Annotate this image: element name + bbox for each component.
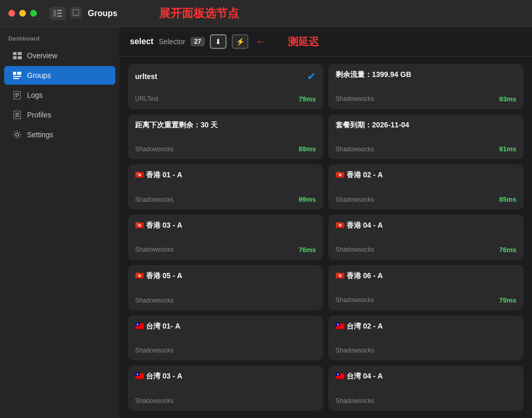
- card-type: Shadowsocks: [336, 347, 374, 354]
- selector-label: Selector: [158, 37, 185, 46]
- card-latency: 79ms: [499, 296, 516, 304]
- card-type: Shadowsocks: [336, 95, 374, 102]
- list-item[interactable]: 套餐到期：2026-11-04Shadowsocks91ms: [328, 114, 524, 160]
- card-title: 🇭🇰 香港 04 - A: [336, 221, 383, 230]
- overview-icon: [12, 51, 22, 60]
- sidebar-item-profiles-label: Profiles: [27, 111, 51, 119]
- card-latency: 85ms: [499, 195, 516, 203]
- profiles-icon: [12, 110, 22, 120]
- svg-rect-9: [13, 72, 16, 75]
- sidebar-item-settings[interactable]: Settings: [4, 125, 115, 144]
- svg-rect-16: [15, 96, 18, 97]
- sidebar-item-profiles[interactable]: Profiles: [4, 106, 115, 124]
- list-item[interactable]: 🇹🇼 台湾 02 - AShadowsocks: [328, 316, 524, 361]
- card-type: Shadowsocks: [135, 347, 174, 354]
- sidebar-item-groups[interactable]: Groups: [4, 66, 115, 85]
- maximize-button[interactable]: [30, 10, 37, 17]
- card-title: 🇹🇼 台湾 02 - A: [336, 322, 383, 331]
- cards-grid: urltest✔URLTest79ms剩余流量：1399.94 GBShadow…: [119, 57, 532, 418]
- card-title: 剩余流量：1399.94 GB: [336, 70, 411, 80]
- card-type: Shadowsocks: [135, 246, 174, 253]
- minimize-button[interactable]: [19, 10, 26, 17]
- svg-rect-1: [57, 10, 62, 11]
- svg-rect-5: [13, 52, 17, 55]
- svg-rect-7: [13, 56, 17, 59]
- main-content: select Selector 27 ⬇ ⚡ ← 测延迟 urltest✔URL…: [119, 27, 532, 418]
- logs-icon: [12, 90, 22, 100]
- svg-rect-8: [18, 56, 22, 59]
- svg-rect-15: [15, 95, 19, 96]
- download-sort-button[interactable]: ⬇: [210, 34, 227, 49]
- titlebar-icons: [49, 7, 82, 20]
- card-title: urltest: [135, 72, 157, 81]
- sidebar-item-overview[interactable]: Overview: [4, 46, 115, 65]
- select-label: select: [130, 37, 153, 46]
- card-type: Shadowsocks: [135, 297, 174, 304]
- groups-icon: [12, 71, 22, 80]
- svg-rect-4: [73, 9, 79, 16]
- titlebar-title: Groups: [88, 9, 117, 18]
- count-badge: 27: [191, 37, 205, 46]
- list-item[interactable]: urltest✔URLTest79ms: [128, 64, 323, 109]
- view-toggle-button[interactable]: [70, 7, 82, 18]
- list-item[interactable]: 🇭🇰 香港 04 - AShadowsocks76ms: [328, 215, 524, 260]
- check-icon: ✔: [307, 70, 316, 83]
- sidebar: Dashboard Overview Groups: [0, 27, 119, 418]
- list-item[interactable]: 🇭🇰 香港 01 - AShadowsocks99ms: [128, 164, 323, 210]
- card-latency: 76ms: [499, 246, 516, 254]
- card-latency: 89ms: [299, 145, 316, 153]
- list-item[interactable]: 🇭🇰 香港 05 - AShadowsocks: [128, 265, 323, 310]
- card-type: Shadowsocks: [336, 196, 374, 203]
- card-latency: 93ms: [499, 95, 516, 103]
- svg-rect-10: [17, 72, 21, 75]
- annotation-expand: 展开面板选节点: [159, 6, 239, 21]
- list-item[interactable]: 🇹🇼 台湾 04 - AShadowsocks: [328, 365, 524, 411]
- sidebar-toggle-button[interactable]: [49, 7, 66, 20]
- card-type: Shadowsocks: [135, 196, 174, 203]
- card-title: 🇭🇰 香港 06 - A: [336, 271, 383, 281]
- card-type: Shadowsocks: [336, 397, 374, 404]
- arrow-left-icon: ←: [256, 35, 267, 48]
- svg-rect-0: [54, 10, 56, 17]
- list-item[interactable]: 🇭🇰 香港 03 - AShadowsocks76ms: [128, 215, 323, 260]
- card-type: URLTest: [135, 95, 158, 102]
- card-type: Shadowsocks: [336, 246, 374, 253]
- list-item[interactable]: 🇹🇼 台湾 03 - AShadowsocks: [128, 365, 323, 411]
- card-type: Shadowsocks: [135, 146, 174, 153]
- list-item[interactable]: 🇹🇼 台湾 01- AShadowsocks: [128, 316, 323, 361]
- svg-rect-14: [15, 93, 19, 94]
- svg-point-21: [16, 133, 19, 136]
- card-title: 距离下次重置剩余：30 天: [135, 121, 218, 130]
- sidebar-item-logs[interactable]: Logs: [4, 86, 115, 104]
- card-type: Shadowsocks: [336, 146, 374, 153]
- card-type: Shadowsocks: [135, 397, 174, 404]
- svg-rect-20: [15, 116, 19, 117]
- settings-icon: [12, 130, 22, 139]
- speed-test-button[interactable]: ⚡: [232, 34, 248, 49]
- card-latency: 91ms: [499, 145, 516, 153]
- svg-rect-11: [13, 76, 21, 77]
- list-item[interactable]: 距离下次重置剩余：30 天Shadowsocks89ms: [128, 114, 323, 160]
- close-button[interactable]: [8, 10, 15, 17]
- annotation-delay: 测延迟: [288, 35, 319, 49]
- list-item[interactable]: 🇭🇰 香港 02 - AShadowsocks85ms: [328, 164, 524, 210]
- titlebar: Groups 展开面板选节点: [0, 0, 532, 27]
- sidebar-item-groups-label: Groups: [27, 71, 51, 80]
- card-type: Shadowsocks: [336, 296, 374, 304]
- traffic-lights: [8, 10, 37, 17]
- card-title: 🇭🇰 香港 03 - A: [135, 221, 182, 230]
- speed-icon: ⚡: [236, 37, 245, 46]
- list-item[interactable]: 🇭🇰 香港 06 - AShadowsocks79ms: [328, 265, 524, 310]
- sidebar-item-logs-label: Logs: [27, 91, 43, 99]
- sidebar-item-overview-label: Overview: [27, 51, 57, 60]
- svg-rect-2: [57, 13, 62, 14]
- card-title: 🇭🇰 香港 02 - A: [336, 171, 383, 180]
- card-title: 🇭🇰 香港 01 - A: [135, 171, 182, 180]
- card-title: 🇭🇰 香港 05 - A: [135, 271, 182, 281]
- card-title: 🇹🇼 台湾 04 - A: [336, 372, 383, 381]
- sidebar-item-settings-label: Settings: [27, 130, 54, 139]
- svg-rect-3: [57, 16, 62, 17]
- list-item[interactable]: 剩余流量：1399.94 GBShadowsocks93ms: [328, 64, 524, 109]
- sidebar-section-label: Dashboard: [0, 35, 119, 46]
- card-title: 套餐到期：2026-11-04: [336, 121, 409, 130]
